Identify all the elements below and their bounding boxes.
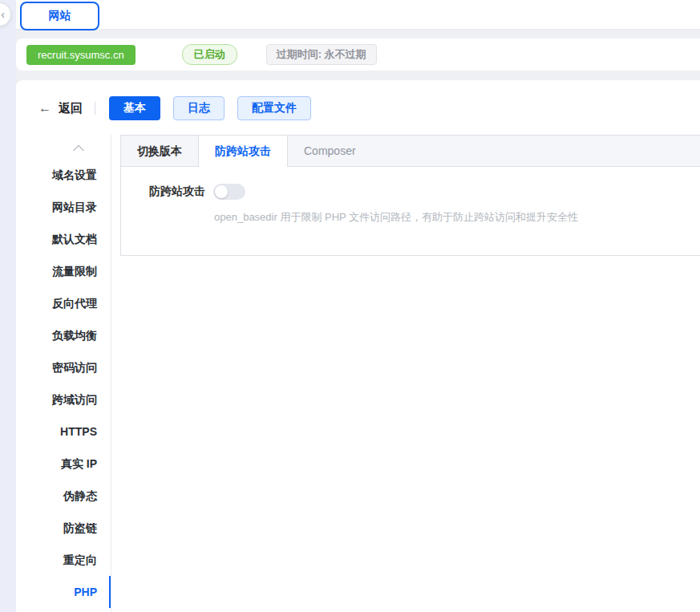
php-tab-card: 切换版本 防跨站攻击 Composer 防跨站攻击 open_basedir 用…: [120, 135, 700, 256]
sidebar-item-site-directory[interactable]: 网站目录: [16, 191, 111, 223]
tab-website[interactable]: 网站: [20, 2, 99, 30]
settings-toolbar: ← 返回 基本 日志 配置文件: [38, 96, 700, 120]
settings-side-menu: 域名设置 网站目录 默认文档 流量限制 反向代理 负载均衡 密码访问 跨域访问 …: [16, 135, 111, 612]
sidebar-item-password-access[interactable]: 密码访问: [16, 351, 111, 383]
open-basedir-label: 防跨站攻击: [149, 184, 205, 199]
open-basedir-description: open_basedir 用于限制 PHP 文件访问路径，有助于防止跨站访问和提…: [214, 210, 684, 225]
expire-badge: 过期时间: 永不过期: [266, 44, 377, 65]
back-label: 返回: [59, 101, 83, 116]
left-gutter: [0, 0, 16, 612]
sidebar-item-real-ip[interactable]: 真实 IP: [16, 448, 111, 480]
tab-composer[interactable]: Composer: [288, 136, 372, 166]
logs-button[interactable]: 日志: [173, 96, 225, 120]
site-settings-panel: ← 返回 基本 日志 配置文件 域名设置 网站目录 默认文档 流量限制 反向代理…: [16, 80, 700, 612]
open-basedir-row: 防跨站攻击: [149, 184, 684, 200]
toolbar-divider: [95, 102, 95, 115]
open-basedir-toggle[interactable]: [213, 184, 245, 200]
sidebar-item-default-document[interactable]: 默认文档: [16, 223, 111, 255]
config-file-button[interactable]: 配置文件: [237, 96, 311, 120]
chevron-left-icon: ‹: [1, 8, 5, 21]
basic-button[interactable]: 基本: [109, 96, 160, 120]
php-settings-content: 切换版本 防跨站攻击 Composer 防跨站攻击 open_basedir 用…: [111, 135, 700, 612]
settings-body: 域名设置 网站目录 默认文档 流量限制 反向代理 负载均衡 密码访问 跨域访问 …: [16, 135, 700, 612]
top-tab-bar: [16, 0, 700, 30]
domain-badge[interactable]: recruit.sysumsc.cn: [26, 45, 136, 65]
php-tab-header: 切换版本 防跨站攻击 Composer: [121, 136, 700, 167]
back-button[interactable]: ← 返回: [38, 101, 83, 116]
sidebar-item-php[interactable]: PHP: [16, 576, 111, 608]
sidebar-item-load-balancing[interactable]: 负载均衡: [16, 319, 111, 351]
tab-anti-cross-site[interactable]: 防跨站攻击: [198, 136, 288, 167]
toggle-knob: [215, 185, 228, 198]
sidebar-item-hotlink-protection[interactable]: 防盗链: [16, 512, 111, 544]
tab-switch-version[interactable]: 切换版本: [121, 136, 198, 166]
sidebar-item-domain-settings[interactable]: 域名设置: [16, 159, 111, 191]
tab-website-label: 网站: [49, 9, 71, 23]
anti-cross-site-panel: 防跨站攻击 open_basedir 用于限制 PHP 文件访问路径，有助于防止…: [121, 167, 700, 255]
sidebar-item-rewrite[interactable]: 伪静态: [16, 480, 111, 512]
back-arrow-icon: ←: [38, 101, 51, 116]
chevron-up-icon: [73, 144, 84, 152]
status-badge: 已启动: [182, 44, 237, 65]
sidebar-item-cors[interactable]: 跨域访问: [16, 383, 111, 415]
menu-scroll-up[interactable]: [16, 138, 111, 159]
sidebar-item-https[interactable]: HTTPS: [16, 415, 111, 448]
sidebar-item-traffic-limit[interactable]: 流量限制: [16, 255, 111, 287]
sidebar-item-reverse-proxy[interactable]: 反向代理: [16, 287, 111, 319]
sidebar-item-redirect[interactable]: 重定向: [16, 544, 111, 576]
site-status-bar: recruit.sysumsc.cn 已启动 过期时间: 永不过期: [16, 39, 700, 71]
